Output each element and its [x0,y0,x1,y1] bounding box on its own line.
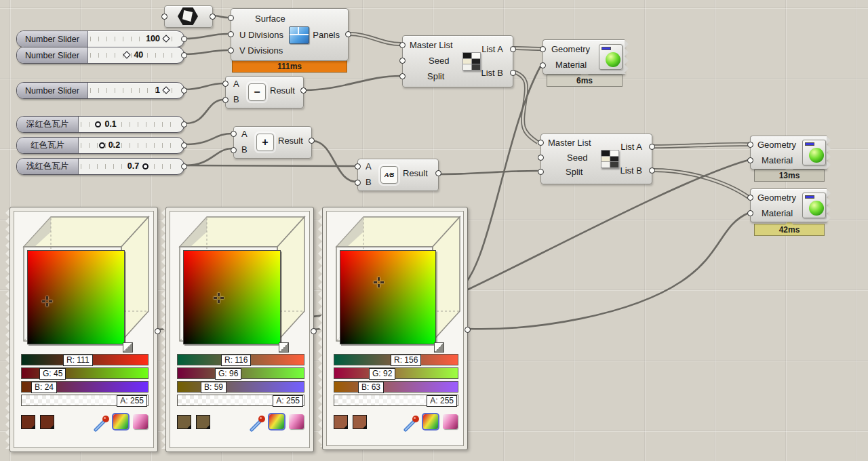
output-nub-panels[interactable] [345,31,351,37]
input-nub-masterlist[interactable] [399,42,406,48]
green-channel-bar[interactable]: G: 96 [177,367,304,379]
resize-corner-handle[interactable] [123,342,133,353]
resize-corner-handle[interactable] [434,342,444,353]
slider-label[interactable]: 浅红色瓦片 [17,159,79,174]
slider-track[interactable]: 40 [87,47,178,63]
output-nub-lista[interactable] [510,46,516,52]
red-channel-bar[interactable]: R: 111 [21,354,149,365]
rgb-cube-mode-icon[interactable] [269,414,284,429]
slider-handle[interactable] [99,142,105,148]
division-component[interactable]: A B A∕B Result [357,159,439,191]
input-nub-a[interactable] [231,131,237,137]
output-nub[interactable] [181,36,187,42]
input-nub-geometry[interactable] [540,46,546,52]
input-nub-split[interactable] [538,169,544,175]
colour-crosshair[interactable] [42,296,52,306]
input-nub-b[interactable] [222,97,229,103]
red-channel-bar[interactable]: R: 116 [177,354,304,365]
colour-crosshair[interactable] [214,293,224,303]
output-nub-result[interactable] [435,170,441,176]
colour-gradient-face[interactable] [340,250,436,344]
alpha-channel-bar[interactable]: A: 255 [334,395,458,406]
output-nub-lista[interactable] [649,144,655,150]
number-slider-1[interactable]: Number Slider 1 [16,82,184,99]
output-nub-colour[interactable] [155,328,161,334]
output-nub[interactable] [181,163,187,169]
preview-component-mid[interactable]: Geometry Material [750,136,827,169]
alpha-channel-bar[interactable]: A: 255 [177,395,304,406]
output-nub-colour[interactable] [311,328,317,334]
input-nub-vdivisions[interactable] [228,47,234,54]
colour-picker-1[interactable]: R: 111 G: 45 B: 24 A: 255 [9,207,158,452]
output-nub[interactable] [181,52,187,58]
input-nub-surface[interactable] [228,15,234,21]
slider-red-tile[interactable]: 红色瓦片 0.2 [16,137,184,154]
green-channel-bar[interactable]: G: 45 [21,367,149,379]
output-nub-result[interactable] [309,138,315,144]
input-nub-masterlist[interactable] [538,140,544,146]
slider-label[interactable]: Number Slider [17,83,88,98]
input-nub-material[interactable] [747,157,753,163]
slider-dark-red-tile[interactable]: 深红色瓦片 0.1 [16,116,184,133]
slider-track[interactable]: 0.2 [78,138,178,153]
colour-swatch-previous[interactable] [40,415,54,429]
blue-channel-bar[interactable]: B: 63 [334,381,458,393]
surface-param[interactable] [164,5,213,28]
input-nub-geometry[interactable] [747,142,753,148]
input-nub-b[interactable] [355,180,361,186]
eyedropper-icon[interactable] [403,414,420,432]
colour-crosshair[interactable] [374,277,384,287]
colour-swatch-current[interactable] [334,415,348,429]
input-nub-split[interactable] [399,73,406,79]
master-list-top[interactable]: Master List Seed Split List A List B [402,35,513,87]
number-slider-40[interactable]: Number Slider 40 [16,47,184,64]
input-nub-a[interactable] [222,81,229,87]
hsl-cube-mode-icon[interactable] [289,414,304,429]
slider-track[interactable]: 1 [87,83,178,98]
input-nub-material[interactable] [747,210,753,216]
red-channel-bar[interactable]: R: 156 [334,354,458,365]
colour-swatch-current[interactable] [21,415,35,429]
colour-picker-3[interactable]: R: 156 G: 92 B: 63 A: 255 [322,207,468,450]
output-nub-listb[interactable] [649,167,655,174]
rgb-cube-mode-icon[interactable] [113,414,128,429]
slider-track[interactable]: 0.1 [78,117,178,132]
slider-label[interactable]: Number Slider [17,47,88,63]
input-nub-seed[interactable] [538,155,544,161]
hsl-cube-mode-icon[interactable] [133,414,148,429]
output-nub[interactable] [181,121,187,127]
number-slider-100[interactable]: Number Slider 100 [16,31,184,47]
panels-component[interactable]: Surface U Divisions V Divisions Panels [231,8,349,61]
output-nub[interactable] [210,14,216,20]
colour-picker-2[interactable]: R: 116 G: 96 B: 59 A: 255 [165,207,314,452]
blue-channel-bar[interactable]: B: 59 [177,381,304,393]
colour-gradient-face[interactable] [183,250,281,344]
output-nub-listb[interactable] [510,70,516,76]
input-nub-a[interactable] [355,163,361,169]
slider-track[interactable]: 100 [87,31,178,47]
blue-channel-bar[interactable]: B: 24 [21,381,149,393]
addition-component[interactable]: A B + Result [233,126,312,159]
input-nub-udivisions[interactable] [228,31,234,37]
slider-label[interactable]: Number Slider [17,31,88,47]
input-nub-b[interactable] [231,147,237,153]
output-nub-colour[interactable] [465,327,471,333]
alpha-channel-bar[interactable]: A: 255 [21,395,149,406]
subtraction-component[interactable]: A B − Result [225,76,304,108]
input-nub-material[interactable] [540,62,546,68]
eyedropper-icon[interactable] [93,414,111,432]
hsl-cube-mode-icon[interactable] [443,414,458,429]
output-nub-result[interactable] [300,87,307,94]
colour-swatch-current[interactable] [177,415,191,429]
green-channel-bar[interactable]: G: 92 [334,367,458,379]
input-nub-geometry[interactable] [747,195,753,201]
colour-swatch-previous[interactable] [353,415,367,429]
rgb-cube-mode-icon[interactable] [423,414,438,429]
preview-component-bottom[interactable]: Geometry Material [750,188,827,222]
master-list-bottom[interactable]: Master List Seed Split List A List B [540,134,652,184]
slider-label[interactable]: 深红色瓦片 [17,117,79,132]
resize-corner-handle[interactable] [279,342,289,353]
slider-light-red-tile[interactable]: 浅红色瓦片 0.7 [16,158,184,175]
slider-track[interactable]: 0.7 [78,159,178,174]
preview-component-top[interactable]: Geometry Material [542,39,625,75]
